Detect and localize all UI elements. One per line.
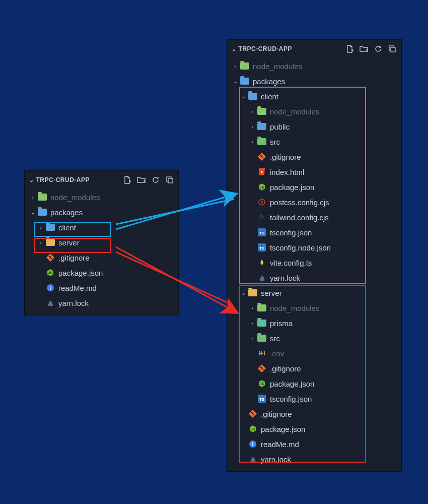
svg-rect-1 xyxy=(168,178,173,183)
chevron-right-icon[interactable]: › xyxy=(249,123,256,130)
folder-yellow-icon xyxy=(45,237,55,247)
tree-item[interactable]: .gitignore xyxy=(228,361,401,376)
tree-item[interactable]: ⌄client xyxy=(228,89,401,104)
tree-item-label: node_modules xyxy=(270,304,319,312)
new-folder-icon[interactable] xyxy=(360,44,369,53)
tree-item-label: node_modules xyxy=(253,62,302,71)
tree-item[interactable]: TStsconfig.json xyxy=(228,391,401,406)
chevron-right-icon[interactable]: › xyxy=(249,305,256,311)
tree-item-label: package.json xyxy=(58,269,103,277)
folder-blue-icon xyxy=(45,222,55,232)
panel-header: ⌄ TRPC-CRUD-APP xyxy=(25,171,178,188)
collapse-all-icon[interactable] xyxy=(165,175,174,184)
tree-item-label: server xyxy=(261,289,282,297)
tree-item[interactable]: yarn.lock xyxy=(25,295,178,310)
tree-item[interactable]: yarn.lock xyxy=(228,452,401,467)
panel-actions xyxy=(123,175,174,184)
folder-blue-icon xyxy=(37,207,47,217)
tree-item-label: yarn.lock xyxy=(270,274,300,282)
refresh-icon[interactable] xyxy=(374,44,383,53)
folder-blue-icon xyxy=(248,91,258,101)
new-file-icon[interactable] xyxy=(123,175,132,184)
tree-item[interactable]: JSpackage.json xyxy=(228,376,401,391)
tree-item[interactable]: JSpackage.json xyxy=(25,265,178,280)
folder-node-green-icon xyxy=(257,303,267,313)
tree-item-label: tailwind.config.cjs xyxy=(270,213,329,222)
chevron-down-icon[interactable]: ⌄ xyxy=(29,209,36,216)
chevron-right-icon[interactable]: › xyxy=(249,335,256,341)
tree-item-label: vite.config.ts xyxy=(270,259,312,267)
tree-item-label: public xyxy=(270,122,290,131)
tree-item[interactable]: JSpackage.json xyxy=(228,421,401,436)
tree-item-label: readMe.md xyxy=(261,440,299,449)
node-icon: JS xyxy=(257,182,267,192)
node-icon: JS xyxy=(257,379,267,389)
svg-text:i: i xyxy=(50,285,51,291)
tree-item[interactable]: ›node_modules xyxy=(228,104,401,119)
git-icon xyxy=(248,409,258,419)
folder-blue-icon xyxy=(240,76,250,86)
folder-blue-icon xyxy=(257,121,267,132)
tree-item[interactable]: .gitignore xyxy=(228,149,401,164)
tree-item[interactable]: ›prisma xyxy=(228,316,401,331)
tree-item[interactable]: ›public xyxy=(228,119,401,134)
tree-item-label: .gitignore xyxy=(270,153,301,161)
tree-item-label: readMe.md xyxy=(58,284,97,292)
chevron-down-icon[interactable]: ⌄ xyxy=(232,78,239,85)
ts-icon: TS xyxy=(257,227,267,237)
tree-item[interactable]: ⌄packages xyxy=(228,74,401,89)
tree-item[interactable]: 5index.html xyxy=(228,164,401,179)
tree-item[interactable]: .gitignore xyxy=(25,250,178,265)
chevron-right-icon[interactable]: › xyxy=(249,320,256,326)
tree-item-label: server xyxy=(58,238,80,247)
svg-text:JS: JS xyxy=(260,185,264,189)
tree-item[interactable]: TStsconfig.node.json xyxy=(228,240,401,255)
tree-item[interactable]: ›src xyxy=(228,134,401,149)
tree-item[interactable]: ›server xyxy=(25,235,178,250)
chevron-right-icon[interactable]: › xyxy=(29,194,36,200)
tree-item[interactable]: ›client xyxy=(25,220,178,235)
tree-item[interactable]: vite.config.ts xyxy=(228,255,401,270)
tree-item[interactable]: postcss.config.cjs xyxy=(228,195,401,210)
chevron-right-icon[interactable]: › xyxy=(249,139,256,145)
svg-point-18 xyxy=(259,351,260,352)
new-file-icon[interactable] xyxy=(345,44,354,53)
tree-item[interactable]: JSpackage.json xyxy=(228,179,401,195)
tree-item[interactable]: ⌄server xyxy=(228,285,401,300)
ts-icon: TS xyxy=(257,242,267,253)
chevron-right-icon[interactable]: › xyxy=(37,239,44,245)
explorer-panel-collapsed: ⌄ TRPC-CRUD-APP ›node_modules⌄packages›c… xyxy=(24,170,179,316)
tree-item[interactable]: ⌄packages xyxy=(25,205,178,220)
tree-item[interactable]: ›node_modules xyxy=(228,58,401,74)
tree-item[interactable]: TStsconfig.json xyxy=(228,225,401,240)
tree-item[interactable]: ›node_modules xyxy=(228,300,401,316)
collapse-all-icon[interactable] xyxy=(388,44,397,53)
chevron-down-icon[interactable]: ⌄ xyxy=(240,290,247,296)
refresh-icon[interactable] xyxy=(151,175,160,184)
chevron-down-icon[interactable]: ⌄ xyxy=(232,46,237,52)
tree-item-label: tsconfig.json xyxy=(270,395,312,403)
tree-item[interactable]: .gitignore xyxy=(228,406,401,421)
folder-node-green-icon xyxy=(37,192,47,202)
chevron-right-icon[interactable]: › xyxy=(37,224,44,230)
chevron-down-icon[interactable]: ⌄ xyxy=(240,93,247,100)
tree-item[interactable]: ›node_modules xyxy=(25,190,178,205)
new-folder-icon[interactable] xyxy=(137,175,146,184)
chevron-down-icon[interactable]: ⌄ xyxy=(29,177,34,183)
svg-text:JS: JS xyxy=(260,382,264,386)
tree-item-label: client xyxy=(58,223,76,232)
svg-text:TS: TS xyxy=(259,246,265,250)
tree-item-label: node_modules xyxy=(50,193,100,202)
tree-item[interactable]: ireadMe.md xyxy=(228,436,401,452)
chevron-right-icon[interactable]: › xyxy=(249,108,256,114)
yarn-icon xyxy=(248,454,258,464)
chevron-right-icon[interactable]: › xyxy=(232,63,239,69)
tree-item[interactable]: yarn.lock xyxy=(228,270,401,285)
svg-rect-8 xyxy=(391,47,395,52)
info-icon: i xyxy=(248,439,258,449)
tree-item[interactable]: ireadMe.md xyxy=(25,280,178,295)
tree-item[interactable]: .env xyxy=(228,346,401,361)
project-title: TRPC-CRUD-APP xyxy=(239,45,293,52)
tree-item[interactable]: tailwind.config.cjs xyxy=(228,210,401,225)
tree-item[interactable]: ›src xyxy=(228,331,401,346)
